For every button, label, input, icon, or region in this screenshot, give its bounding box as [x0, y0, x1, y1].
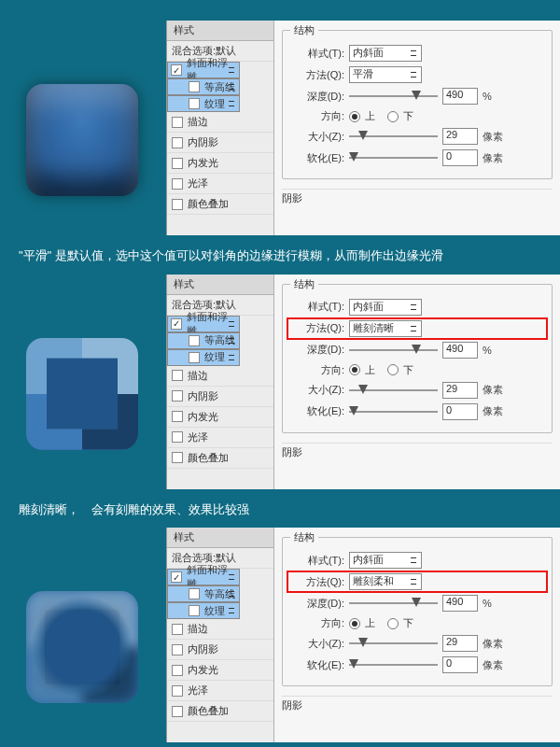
checkbox-icon[interactable] — [172, 117, 183, 128]
direction-up-label: 上 — [365, 616, 375, 630]
direction-down-radio[interactable] — [387, 111, 399, 122]
direction-up-radio[interactable] — [349, 364, 360, 375]
style-label: 样式(T): — [290, 47, 344, 61]
checkbox-icon[interactable] — [172, 644, 183, 655]
direction-up-radio[interactable] — [349, 618, 360, 629]
checkbox-icon[interactable] — [189, 605, 200, 616]
checkbox-icon[interactable] — [172, 178, 183, 190]
style-contour-row[interactable]: 等高线 — [167, 332, 240, 349]
style-inner-glow-label: 内发光 — [188, 410, 218, 424]
style-satin-row[interactable]: 光泽 — [167, 428, 273, 448]
size-slider[interactable] — [349, 637, 438, 650]
example-caption: "平滑" 是默认值，选中这个值可以对斜角的边缘进行模糊，从而制作出边缘光滑 — [0, 241, 560, 275]
direction-down-radio[interactable] — [387, 364, 399, 375]
style-inner-shadow-row[interactable]: 内阴影 — [167, 387, 273, 407]
style-bevel-row[interactable]: ✓斜面和浮雕 — [167, 316, 240, 332]
style-select[interactable]: 内斜面 — [349, 45, 422, 62]
checkbox-icon[interactable] — [189, 335, 200, 346]
style-stroke-row[interactable]: 描边 — [167, 366, 273, 387]
depth-slider[interactable] — [349, 344, 438, 357]
soften-input[interactable]: 0 — [442, 403, 478, 420]
style-satin-label: 光泽 — [188, 684, 208, 698]
checkbox-icon[interactable] — [189, 98, 200, 109]
checkbox-icon[interactable] — [172, 624, 183, 635]
style-stroke-row[interactable]: 描边 — [167, 619, 273, 640]
soften-slider[interactable] — [349, 151, 438, 164]
checkbox-icon[interactable] — [172, 370, 183, 381]
size-row: 大小(Z): 29 像素 — [290, 382, 544, 399]
soften-input[interactable]: 0 — [442, 149, 478, 166]
size-input[interactable]: 29 — [442, 382, 478, 399]
style-inner-shadow-label: 内阴影 — [188, 642, 218, 656]
direction-up-radio[interactable] — [349, 111, 360, 122]
checkbox-icon[interactable]: ✓ — [171, 64, 182, 76]
checkbox-icon[interactable] — [172, 199, 183, 210]
size-slider[interactable] — [349, 130, 438, 143]
style-bevel-row[interactable]: ✓斜面和浮雕 — [167, 62, 240, 78]
structure-fieldset: 结构 样式(T): 内斜面 方法(Q): 平滑 深度(D): 490 % 方向:… — [282, 30, 553, 179]
depth-input[interactable]: 490 — [442, 88, 478, 105]
style-select[interactable]: 内斜面 — [349, 299, 422, 316]
style-inner-glow-row[interactable]: 内发光 — [167, 407, 273, 428]
size-slider[interactable] — [349, 384, 438, 397]
style-inner-shadow-row[interactable]: 内阴影 — [167, 640, 273, 660]
style-contour-row[interactable]: 等高线 — [167, 585, 240, 602]
checkbox-icon[interactable] — [172, 431, 183, 443]
style-stroke-row[interactable]: 描边 — [167, 112, 273, 133]
checkbox-icon[interactable] — [172, 158, 183, 169]
method-label: 方法(Q): — [290, 321, 344, 335]
depth-slider[interactable] — [349, 597, 438, 610]
style-color-overlay-row[interactable]: 颜色叠加 — [167, 194, 273, 215]
direction-down-label: 下 — [403, 109, 413, 123]
checkbox-icon[interactable] — [172, 665, 183, 676]
example-block: 样式 混合选项:默认 ✓斜面和浮雕 等高线 纹理 描边 内阴影 内发光 光泽 颜… — [0, 528, 560, 742]
method-select[interactable]: 雕刻清晰 — [349, 320, 422, 337]
depth-label: 深度(D): — [290, 90, 344, 104]
checkbox-icon[interactable]: ✓ — [171, 571, 182, 583]
style-color-overlay-label: 颜色叠加 — [188, 451, 229, 465]
depth-input[interactable]: 490 — [442, 595, 478, 612]
style-satin-row[interactable]: 光泽 — [167, 174, 273, 194]
checkbox-icon[interactable] — [189, 352, 200, 363]
checkbox-icon[interactable] — [172, 390, 183, 402]
depth-slider[interactable] — [349, 90, 438, 103]
soften-slider[interactable] — [349, 405, 438, 418]
method-select[interactable]: 雕刻柔和 — [349, 573, 422, 590]
structure-title: 结构 — [290, 277, 318, 291]
checkbox-icon[interactable] — [172, 411, 183, 422]
style-texture-row[interactable]: 纹理 — [167, 95, 240, 112]
size-input[interactable]: 29 — [442, 635, 478, 652]
style-inner-glow-row[interactable]: 内发光 — [167, 153, 273, 174]
depth-label: 深度(D): — [290, 343, 344, 357]
style-contour-row[interactable]: 等高线 — [167, 78, 240, 95]
checkbox-icon[interactable]: ✓ — [171, 318, 182, 330]
style-select[interactable]: 内斜面 — [349, 552, 422, 569]
checkbox-icon[interactable] — [189, 81, 200, 92]
style-stroke-label: 描边 — [188, 369, 208, 383]
checkbox-icon[interactable] — [172, 685, 183, 697]
checkbox-icon[interactable] — [172, 137, 183, 148]
style-color-overlay-row[interactable]: 颜色叠加 — [167, 701, 273, 722]
style-color-overlay-row[interactable]: 颜色叠加 — [167, 448, 273, 469]
style-inner-glow-row[interactable]: 内发光 — [167, 660, 273, 681]
soften-input[interactable]: 0 — [442, 656, 478, 673]
method-select[interactable]: 平滑 — [349, 66, 422, 83]
size-input[interactable]: 29 — [442, 128, 478, 145]
method-row: 方法(Q): 平滑 — [290, 66, 544, 83]
shadow-section-title: 阴影 — [282, 696, 553, 712]
style-texture-row[interactable]: 纹理 — [167, 602, 240, 619]
checkbox-icon[interactable] — [172, 452, 183, 463]
checkbox-icon[interactable] — [189, 588, 200, 599]
style-texture-row[interactable]: 纹理 — [167, 349, 240, 366]
depth-unit: % — [483, 598, 492, 609]
style-bevel-row[interactable]: ✓斜面和浮雕 — [167, 569, 240, 585]
style-inner-shadow-row[interactable]: 内阴影 — [167, 133, 273, 153]
direction-down-radio[interactable] — [387, 618, 399, 629]
layer-style-panel: 样式 混合选项:默认 ✓斜面和浮雕 等高线 纹理 描边 内阴影 内发光 光泽 颜… — [166, 275, 560, 489]
soften-slider[interactable] — [349, 658, 438, 671]
style-color-overlay-label: 颜色叠加 — [188, 197, 229, 211]
size-label: 大小(Z): — [290, 130, 344, 144]
checkbox-icon[interactable] — [172, 706, 183, 717]
style-satin-row[interactable]: 光泽 — [167, 681, 273, 701]
depth-input[interactable]: 490 — [442, 342, 478, 359]
